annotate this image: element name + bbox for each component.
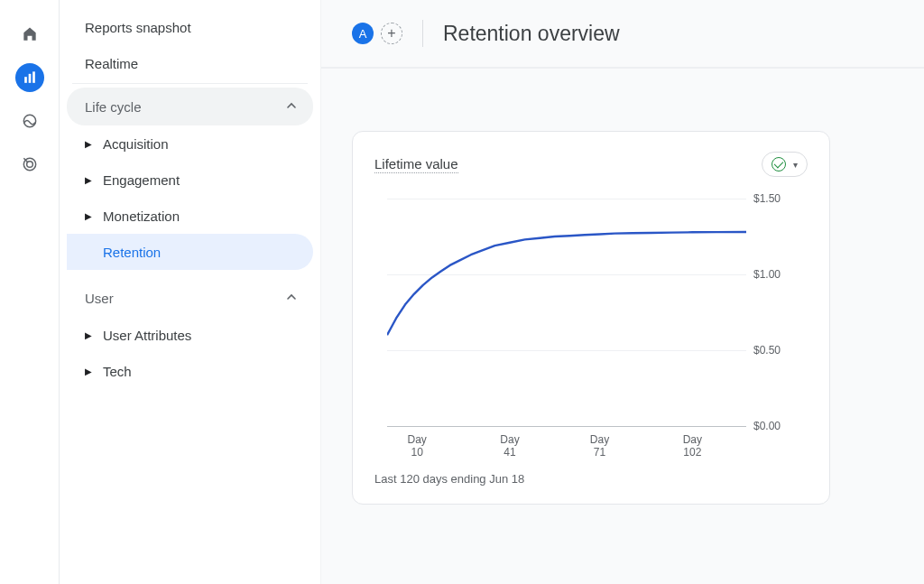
y-axis-label: $0.50 <box>753 344 781 357</box>
y-axis-label: $1.00 <box>753 268 781 281</box>
x-axis-label: Day102 <box>683 433 702 459</box>
badge-letter: A <box>359 27 367 41</box>
sidebar-divider <box>72 83 308 84</box>
nav-engagement[interactable]: ▶ Engagement <box>67 162 313 198</box>
x-axis-label: Day10 <box>407 433 426 459</box>
nav-item-label: Reports snapshot <box>85 20 191 35</box>
section-life-cycle[interactable]: Life cycle <box>67 88 313 125</box>
sidebar: Reports snapshot Realtime Life cycle ▶ A… <box>60 0 321 584</box>
advertising-icon[interactable] <box>15 150 44 179</box>
chevron-up-icon <box>286 292 297 305</box>
plot-area <box>387 199 746 426</box>
nav-monetization[interactable]: ▶ Monetization <box>67 198 313 234</box>
explore-icon[interactable] <box>15 107 44 135</box>
audience-badge[interactable]: A <box>352 23 374 44</box>
nav-item-label: Tech <box>103 364 132 379</box>
card-title: Lifetime value <box>374 156 458 173</box>
plus-icon: + <box>387 25 395 42</box>
nav-item-label: Realtime <box>85 56 138 71</box>
check-circle-icon <box>772 157 786 171</box>
x-axis-label: Day71 <box>590 433 609 459</box>
home-icon[interactable] <box>15 20 44 49</box>
add-comparison-button[interactable]: + <box>381 23 402 44</box>
main-content: A + Retention overview Lifetime value ▾ <box>321 0 924 584</box>
nav-user-attributes[interactable]: ▶ User Attributes <box>67 317 313 353</box>
chart-gridline <box>387 426 746 427</box>
caret-right-icon: ▶ <box>85 330 92 340</box>
caret-right-icon: ▶ <box>85 175 92 185</box>
y-axis-label: $1.50 <box>753 192 781 205</box>
section-label: User <box>85 291 114 306</box>
lifetime-value-card: Lifetime value ▾ $0.00$0.50$1.00$1.50Day… <box>352 131 830 505</box>
nav-item-label: User Attributes <box>103 328 191 343</box>
svg-rect-2 <box>32 71 35 83</box>
header-separator <box>422 20 423 47</box>
chevron-up-icon <box>286 100 297 114</box>
section-user[interactable]: User <box>67 279 313 317</box>
page-header: A + Retention overview <box>321 0 924 69</box>
nav-item-label: Retention <box>103 245 161 260</box>
nav-rail <box>0 0 60 584</box>
reports-icon[interactable] <box>15 63 44 92</box>
nav-item-label: Engagement <box>103 172 180 188</box>
x-axis-label: Day41 <box>500 433 519 459</box>
lifetime-value-chart: $0.00$0.50$1.00$1.50Day10Day41Day71Day10… <box>374 191 808 458</box>
chart-line <box>387 199 746 426</box>
svg-rect-1 <box>28 74 31 83</box>
nav-item-label: Monetization <box>103 209 180 224</box>
page-title: Retention overview <box>443 22 620 46</box>
caret-right-icon: ▶ <box>85 139 92 149</box>
y-axis-label: $0.00 <box>753 420 781 432</box>
nav-reports-snapshot[interactable]: Reports snapshot <box>67 9 313 45</box>
section-label: Life cycle <box>85 99 142 115</box>
caret-right-icon: ▶ <box>85 366 92 376</box>
svg-point-5 <box>26 162 32 168</box>
nav-tech[interactable]: ▶ Tech <box>67 353 313 389</box>
svg-rect-0 <box>24 77 27 83</box>
caret-down-icon: ▾ <box>793 160 798 170</box>
card-status-dropdown[interactable]: ▾ <box>762 152 808 177</box>
caret-right-icon: ▶ <box>85 211 92 221</box>
nav-realtime[interactable]: Realtime <box>67 45 313 81</box>
nav-acquisition[interactable]: ▶ Acquisition <box>67 125 313 162</box>
nav-retention[interactable]: Retention <box>67 234 313 270</box>
nav-item-label: Acquisition <box>103 136 169 152</box>
card-footer: Last 120 days ending Jun 18 <box>374 472 808 486</box>
